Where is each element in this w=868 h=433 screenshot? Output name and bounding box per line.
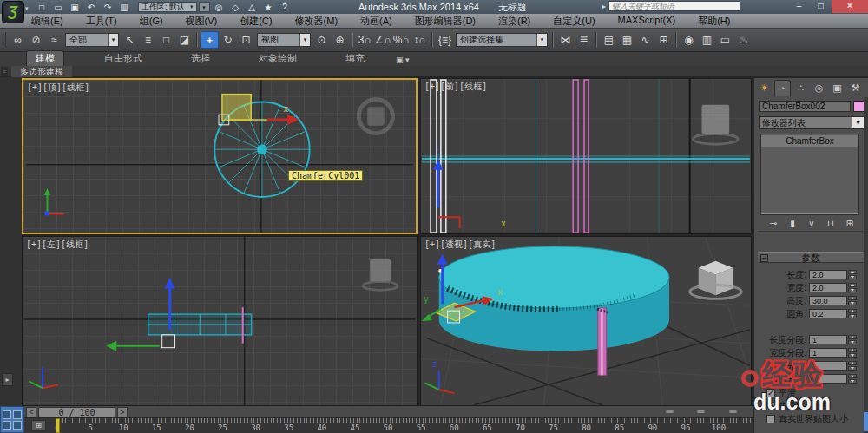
viewcube-nav-gizmo[interactable] bbox=[694, 105, 738, 144]
ribbon-tab-对象绘制[interactable]: 对象绘制 bbox=[250, 51, 306, 66]
viewport-menu-pov[interactable]: [前] bbox=[440, 82, 459, 91]
modifier-stack[interactable]: ChamferBox bbox=[760, 134, 859, 215]
menu-组G[interactable]: 组(G) bbox=[140, 15, 163, 28]
ribbon-config-dropdown[interactable]: ▣ ▾ bbox=[396, 56, 410, 66]
app-menu-arrow-icon[interactable]: ▾ bbox=[25, 5, 29, 12]
viewcube-nav-gizmo[interactable] bbox=[690, 261, 741, 299]
pin-stack-icon[interactable]: ⊸ bbox=[768, 219, 779, 229]
time-slider-thumb[interactable]: 0 / 100 bbox=[38, 407, 115, 417]
viewport-front[interactable]: [+][前][线框] bbox=[420, 78, 752, 234]
schematic-view-icon[interactable]: ⊞ bbox=[654, 31, 673, 49]
workspace-dropdown[interactable]: 工作区: 默认 ▾ bbox=[138, 2, 197, 12]
motion-tab-icon[interactable]: ◎ bbox=[811, 80, 827, 96]
spinner-up-icon[interactable] bbox=[848, 270, 857, 274]
viewport-left-canvas[interactable] bbox=[23, 237, 417, 405]
spinner-down-icon[interactable] bbox=[848, 366, 857, 371]
help-icon[interactable]: ? bbox=[279, 3, 291, 12]
viewport-perspective[interactable]: [+][透视][真实] bbox=[420, 236, 752, 406]
spinner-down-icon[interactable] bbox=[848, 340, 857, 344]
configure-modifier-sets-icon[interactable]: ⊞ bbox=[845, 219, 856, 229]
select-and-rotate-icon[interactable]: ↻ bbox=[219, 31, 237, 49]
close-button[interactable]: × bbox=[832, 0, 868, 13]
app-menu-logo[interactable]: Ʒ bbox=[2, 1, 24, 23]
toolbar-grip[interactable] bbox=[3, 32, 6, 48]
curve-editor-icon[interactable]: ∿ bbox=[636, 31, 654, 49]
undo-icon[interactable]: ↶ bbox=[84, 2, 98, 13]
search-binoculars-icon[interactable]: ◎ bbox=[214, 3, 225, 12]
ribbon-panel-tab-polygon-modeling[interactable]: 多边形建模 bbox=[11, 66, 72, 77]
spinner-control[interactable] bbox=[848, 270, 857, 279]
viewport-menu-pov[interactable]: [透视] bbox=[440, 239, 468, 249]
spinner-up-icon[interactable] bbox=[848, 361, 857, 365]
menu-渲染R[interactable]: 渲染(R) bbox=[498, 15, 530, 28]
chamferbox-leg-object[interactable] bbox=[597, 308, 608, 375]
maximize-button[interactable]: □ bbox=[810, 0, 832, 13]
spinner-down-icon[interactable] bbox=[848, 314, 857, 318]
viewport-layout-tabs-button[interactable] bbox=[0, 406, 24, 433]
window-crossing-icon[interactable]: ◪ bbox=[175, 31, 194, 49]
favorites-star-icon[interactable]: ★ bbox=[263, 3, 274, 12]
spinner-control[interactable] bbox=[848, 361, 857, 371]
viewport-top-canvas[interactable]: x bbox=[23, 80, 416, 233]
modify-tab-icon[interactable]: ◔ bbox=[774, 80, 791, 96]
viewport-left[interactable]: [+][左][线框] bbox=[22, 236, 418, 406]
subscription-key-icon[interactable]: ◇ bbox=[230, 3, 241, 12]
chevron-down-icon[interactable]: ▾ bbox=[536, 34, 547, 46]
select-and-manipulate-icon[interactable]: ⊕ bbox=[331, 31, 349, 49]
panel-scrollbar[interactable] bbox=[864, 97, 868, 433]
viewport-perspective-canvas[interactable]: y x z bbox=[421, 237, 751, 405]
angle-snap-icon[interactable]: ∠∩ bbox=[374, 31, 392, 49]
spinner-control[interactable] bbox=[848, 296, 857, 305]
viewport-front-canvas[interactable]: x bbox=[421, 79, 751, 233]
snap-toggle-3d-icon[interactable]: 3∩ bbox=[356, 31, 374, 49]
current-frame-marker[interactable] bbox=[56, 418, 60, 433]
viewport-menu-general[interactable]: [+] bbox=[424, 239, 440, 249]
communication-center-icon[interactable]: △ bbox=[247, 3, 258, 12]
spinner-up-icon[interactable] bbox=[848, 296, 857, 300]
viewport-menu-general[interactable]: [+] bbox=[26, 239, 42, 249]
mirror-icon[interactable]: ⋈ bbox=[556, 31, 575, 49]
unlink-selection-icon[interactable]: ⊘ bbox=[27, 31, 45, 49]
panel-scrollbar-thumb[interactable] bbox=[864, 412, 868, 431]
parameter-value-field[interactable]: 0.2 bbox=[809, 309, 847, 318]
spinner-up-icon[interactable] bbox=[848, 348, 857, 352]
hierarchy-tab-icon[interactable]: ∴ bbox=[792, 80, 809, 96]
ribbon-tab-建模[interactable]: 建模 bbox=[26, 50, 64, 66]
ribbon-tab-选择[interactable]: 选择 bbox=[182, 51, 219, 66]
menu-自定义U[interactable]: 自定义(U) bbox=[553, 15, 595, 28]
workspace-flyout-button[interactable]: ▾ bbox=[199, 2, 210, 12]
align-icon[interactable]: ≣ bbox=[575, 31, 593, 49]
menu-创建C[interactable]: 创建(C) bbox=[240, 15, 272, 28]
open-file-icon[interactable]: ▭ bbox=[51, 2, 65, 13]
use-pivot-point-icon[interactable]: ⊙ bbox=[312, 31, 331, 49]
viewport-menu-shading[interactable]: [线框] bbox=[62, 82, 89, 92]
spinner-up-icon[interactable] bbox=[848, 335, 857, 339]
parameter-value-field[interactable]: 1 bbox=[809, 361, 847, 371]
render-production-icon[interactable]: ♨ bbox=[734, 31, 753, 49]
spinner-down-icon[interactable] bbox=[848, 275, 857, 279]
edit-named-selection-sets-icon[interactable]: {≡} bbox=[436, 31, 454, 49]
chamfercyl-front-view[interactable] bbox=[422, 156, 750, 162]
select-by-name-icon[interactable]: ≡ bbox=[139, 31, 157, 49]
menu-编辑E[interactable]: 编辑(E) bbox=[31, 15, 63, 28]
checkbox[interactable]: ✓ bbox=[766, 389, 775, 397]
select-and-scale-icon[interactable]: ⊡ bbox=[237, 31, 255, 49]
redo-icon[interactable]: ↷ bbox=[101, 2, 115, 13]
parameter-value-field[interactable]: 1 bbox=[809, 335, 847, 344]
menu-视图V[interactable]: 视图(V) bbox=[186, 15, 218, 28]
viewport-menu-shading[interactable]: [线框] bbox=[61, 239, 89, 249]
search-flyout-icon[interactable]: ▸ bbox=[602, 3, 606, 10]
viewport-menu-pov[interactable]: [顶] bbox=[43, 82, 62, 92]
selection-filter-dropdown[interactable]: 全部▾ bbox=[65, 33, 119, 47]
mini-curve-editor-button[interactable]: ⊞ bbox=[31, 420, 46, 431]
save-file-icon[interactable]: ▣ bbox=[68, 2, 82, 13]
spinner-down-icon[interactable] bbox=[848, 379, 857, 384]
viewport-menu-pov[interactable]: [左] bbox=[42, 239, 61, 249]
ribbon-expand-arrow-icon[interactable]: ▸ bbox=[2, 373, 13, 386]
chamfercyl-left-view[interactable] bbox=[148, 314, 252, 335]
spinner-down-icon[interactable] bbox=[848, 301, 857, 305]
bind-to-space-warp-icon[interactable]: ≈ bbox=[45, 31, 63, 49]
parameter-value-field[interactable]: 2.0 bbox=[809, 283, 847, 292]
chevron-down-icon[interactable]: ▾ bbox=[299, 34, 310, 46]
spinner-control[interactable] bbox=[848, 283, 857, 292]
